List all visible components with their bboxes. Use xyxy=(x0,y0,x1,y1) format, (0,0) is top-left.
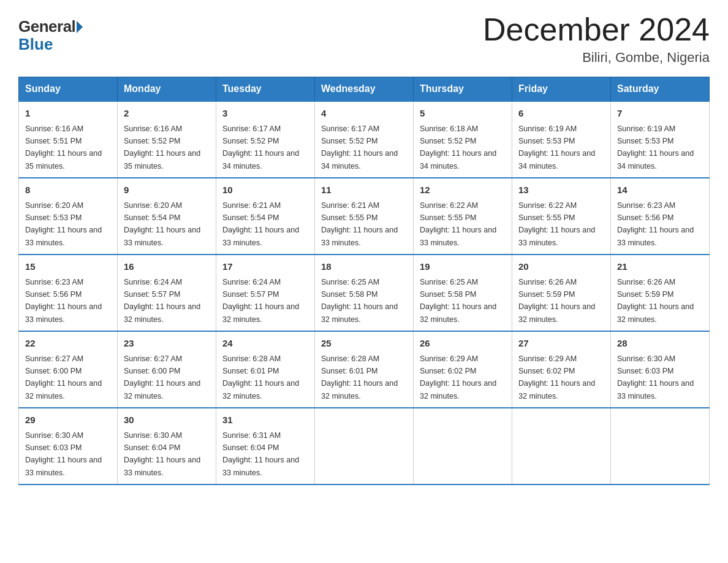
day-number: 15 xyxy=(25,260,111,274)
calendar-cell: 1Sunrise: 6:16 AMSunset: 5:51 PMDaylight… xyxy=(19,101,118,178)
day-number: 11 xyxy=(321,183,407,197)
day-info: Sunrise: 6:17 AMSunset: 5:52 PMDaylight:… xyxy=(321,124,398,170)
day-info: Sunrise: 6:31 AMSunset: 6:04 PMDaylight:… xyxy=(222,431,299,477)
day-info: Sunrise: 6:30 AMSunset: 6:04 PMDaylight:… xyxy=(124,431,200,477)
day-info: Sunrise: 6:27 AMSunset: 6:00 PMDaylight:… xyxy=(25,354,102,400)
day-info: Sunrise: 6:18 AMSunset: 5:52 PMDaylight:… xyxy=(420,124,496,170)
day-info: Sunrise: 6:16 AMSunset: 5:52 PMDaylight:… xyxy=(124,124,200,170)
day-info: Sunrise: 6:21 AMSunset: 5:55 PMDaylight:… xyxy=(321,201,398,247)
day-info: Sunrise: 6:26 AMSunset: 5:59 PMDaylight:… xyxy=(617,278,694,324)
day-info: Sunrise: 6:29 AMSunset: 6:02 PMDaylight:… xyxy=(518,354,595,400)
col-header-tuesday: Tuesday xyxy=(216,77,315,102)
month-title: December 2024 xyxy=(483,12,710,47)
col-header-thursday: Thursday xyxy=(414,77,512,102)
col-header-saturday: Saturday xyxy=(611,77,710,102)
calendar-cell: 24Sunrise: 6:28 AMSunset: 6:01 PMDayligh… xyxy=(216,331,315,408)
day-number: 25 xyxy=(321,337,407,351)
col-header-monday: Monday xyxy=(118,77,216,102)
day-info: Sunrise: 6:25 AMSunset: 5:58 PMDaylight:… xyxy=(321,278,398,324)
col-header-wednesday: Wednesday xyxy=(315,77,414,102)
day-info: Sunrise: 6:20 AMSunset: 5:53 PMDaylight:… xyxy=(25,201,102,247)
col-header-sunday: Sunday xyxy=(19,77,118,102)
calendar-cell xyxy=(315,408,414,484)
location-title: Biliri, Gombe, Nigeria xyxy=(483,50,710,66)
day-info: Sunrise: 6:22 AMSunset: 5:55 PMDaylight:… xyxy=(518,201,595,247)
day-number: 27 xyxy=(518,337,604,351)
day-info: Sunrise: 6:24 AMSunset: 5:57 PMDaylight:… xyxy=(124,278,200,324)
calendar-cell: 2Sunrise: 6:16 AMSunset: 5:52 PMDaylight… xyxy=(118,101,216,178)
calendar-cell: 7Sunrise: 6:19 AMSunset: 5:53 PMDaylight… xyxy=(611,101,710,178)
calendar-cell: 31Sunrise: 6:31 AMSunset: 6:04 PMDayligh… xyxy=(216,408,315,484)
calendar-cell: 5Sunrise: 6:18 AMSunset: 5:52 PMDaylight… xyxy=(414,101,512,178)
day-number: 19 xyxy=(420,260,506,274)
day-number: 22 xyxy=(25,337,111,351)
day-info: Sunrise: 6:23 AMSunset: 5:56 PMDaylight:… xyxy=(25,278,102,324)
day-number: 21 xyxy=(617,260,703,274)
calendar-cell: 8Sunrise: 6:20 AMSunset: 5:53 PMDaylight… xyxy=(19,178,118,255)
day-number: 10 xyxy=(222,183,308,197)
day-info: Sunrise: 6:20 AMSunset: 5:54 PMDaylight:… xyxy=(124,201,200,247)
calendar-cell: 27Sunrise: 6:29 AMSunset: 6:02 PMDayligh… xyxy=(512,331,611,408)
logo-triangle-icon xyxy=(77,21,83,33)
calendar-cell: 18Sunrise: 6:25 AMSunset: 5:58 PMDayligh… xyxy=(315,255,414,331)
logo-blue-text: Blue xyxy=(18,35,83,54)
calendar-week-row: 1Sunrise: 6:16 AMSunset: 5:51 PMDaylight… xyxy=(19,101,710,178)
logo: General Blue xyxy=(18,17,83,54)
logo-general-text: General xyxy=(18,17,75,36)
day-number: 20 xyxy=(518,260,604,274)
day-info: Sunrise: 6:30 AMSunset: 6:03 PMDaylight:… xyxy=(25,431,102,477)
calendar-cell: 29Sunrise: 6:30 AMSunset: 6:03 PMDayligh… xyxy=(19,408,118,484)
day-number: 18 xyxy=(321,260,407,274)
day-info: Sunrise: 6:29 AMSunset: 6:02 PMDaylight:… xyxy=(420,354,496,400)
day-number: 17 xyxy=(222,260,308,274)
col-header-friday: Friday xyxy=(512,77,611,102)
day-number: 1 xyxy=(25,107,111,121)
calendar-week-row: 29Sunrise: 6:30 AMSunset: 6:03 PMDayligh… xyxy=(19,408,710,484)
day-info: Sunrise: 6:21 AMSunset: 5:54 PMDaylight:… xyxy=(222,201,299,247)
calendar-header-row: SundayMondayTuesdayWednesdayThursdayFrid… xyxy=(19,77,710,102)
calendar-cell: 13Sunrise: 6:22 AMSunset: 5:55 PMDayligh… xyxy=(512,178,611,255)
calendar-cell: 11Sunrise: 6:21 AMSunset: 5:55 PMDayligh… xyxy=(315,178,414,255)
day-info: Sunrise: 6:26 AMSunset: 5:59 PMDaylight:… xyxy=(518,278,595,324)
day-info: Sunrise: 6:27 AMSunset: 6:00 PMDaylight:… xyxy=(124,354,200,400)
calendar-cell: 19Sunrise: 6:25 AMSunset: 5:58 PMDayligh… xyxy=(414,255,512,331)
day-number: 29 xyxy=(25,413,111,427)
day-number: 28 xyxy=(617,337,703,351)
calendar-cell xyxy=(512,408,611,484)
calendar-cell: 17Sunrise: 6:24 AMSunset: 5:57 PMDayligh… xyxy=(216,255,315,331)
calendar-cell: 9Sunrise: 6:20 AMSunset: 5:54 PMDaylight… xyxy=(118,178,216,255)
day-number: 13 xyxy=(518,183,604,197)
calendar-cell: 6Sunrise: 6:19 AMSunset: 5:53 PMDaylight… xyxy=(512,101,611,178)
calendar-cell: 21Sunrise: 6:26 AMSunset: 5:59 PMDayligh… xyxy=(611,255,710,331)
day-info: Sunrise: 6:22 AMSunset: 5:55 PMDaylight:… xyxy=(420,201,496,247)
calendar-cell: 16Sunrise: 6:24 AMSunset: 5:57 PMDayligh… xyxy=(118,255,216,331)
calendar-cell: 26Sunrise: 6:29 AMSunset: 6:02 PMDayligh… xyxy=(414,331,512,408)
day-info: Sunrise: 6:19 AMSunset: 5:53 PMDaylight:… xyxy=(518,124,595,170)
day-number: 26 xyxy=(420,337,506,351)
day-number: 16 xyxy=(124,260,210,274)
calendar-table: SundayMondayTuesdayWednesdayThursdayFrid… xyxy=(18,77,710,485)
day-number: 5 xyxy=(420,107,506,121)
day-number: 6 xyxy=(518,107,604,121)
calendar-cell: 10Sunrise: 6:21 AMSunset: 5:54 PMDayligh… xyxy=(216,178,315,255)
day-number: 12 xyxy=(420,183,506,197)
day-number: 7 xyxy=(617,107,703,121)
day-number: 24 xyxy=(222,337,308,351)
page-header: General Blue December 2024 Biliri, Gombe… xyxy=(18,12,710,66)
day-number: 3 xyxy=(222,107,308,121)
day-info: Sunrise: 6:30 AMSunset: 6:03 PMDaylight:… xyxy=(617,354,694,400)
calendar-week-row: 22Sunrise: 6:27 AMSunset: 6:00 PMDayligh… xyxy=(19,331,710,408)
calendar-cell: 4Sunrise: 6:17 AMSunset: 5:52 PMDaylight… xyxy=(315,101,414,178)
calendar-cell: 30Sunrise: 6:30 AMSunset: 6:04 PMDayligh… xyxy=(118,408,216,484)
title-section: December 2024 Biliri, Gombe, Nigeria xyxy=(483,12,710,66)
calendar-cell: 25Sunrise: 6:28 AMSunset: 6:01 PMDayligh… xyxy=(315,331,414,408)
calendar-cell: 15Sunrise: 6:23 AMSunset: 5:56 PMDayligh… xyxy=(19,255,118,331)
day-number: 4 xyxy=(321,107,407,121)
day-info: Sunrise: 6:24 AMSunset: 5:57 PMDaylight:… xyxy=(222,278,299,324)
day-number: 14 xyxy=(617,183,703,197)
day-number: 9 xyxy=(124,183,210,197)
day-number: 30 xyxy=(124,413,210,427)
day-info: Sunrise: 6:23 AMSunset: 5:56 PMDaylight:… xyxy=(617,201,694,247)
calendar-cell: 22Sunrise: 6:27 AMSunset: 6:00 PMDayligh… xyxy=(19,331,118,408)
calendar-week-row: 15Sunrise: 6:23 AMSunset: 5:56 PMDayligh… xyxy=(19,255,710,331)
